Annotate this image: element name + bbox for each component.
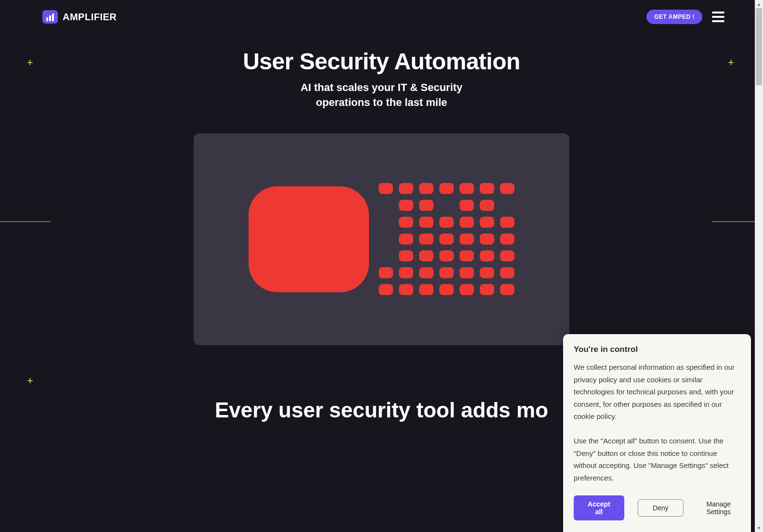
logo-text: AMPLIFIER <box>63 12 117 23</box>
hero-subtitle-line: AI that scales your IT & Security <box>301 81 462 93</box>
plus-decoration-icon: + <box>728 56 734 69</box>
cookie-buttons: Accept all Deny Manage Settings <box>574 495 740 520</box>
manage-settings-button[interactable]: Manage Settings <box>697 500 740 516</box>
menu-icon[interactable] <box>712 12 724 22</box>
accept-all-button[interactable]: Accept all <box>574 495 624 520</box>
plus-decoration-icon: + <box>27 56 33 69</box>
hero-section: User Security Automation AI that scales … <box>0 34 763 345</box>
hero-subtitle-line: operations to the last mile <box>316 96 447 108</box>
cookie-paragraph: We collect personal information as speci… <box>574 363 735 420</box>
header: AMPLIFIER GET AMPED ! <box>0 0 763 34</box>
divider-decoration <box>0 221 51 222</box>
logo[interactable]: AMPLIFIER <box>42 10 117 24</box>
hero-title: User Security Automation <box>0 48 763 75</box>
cookie-banner: You're in control We collect personal in… <box>563 334 751 532</box>
cookie-title: You're in control <box>574 345 740 354</box>
scrollbar-thumb[interactable] <box>756 8 762 85</box>
cookie-text: We collect personal information as speci… <box>574 361 740 484</box>
scroll-up-arrow-icon[interactable]: ▲ <box>755 0 763 8</box>
scrollbar[interactable]: ▲ ▼ <box>755 0 763 532</box>
logo-icon <box>42 10 58 24</box>
header-right: GET AMPED ! <box>646 10 724 24</box>
grid-shapes <box>379 183 514 295</box>
get-amped-button[interactable]: GET AMPED ! <box>646 10 702 24</box>
hero-graphic-card <box>194 133 569 345</box>
scroll-down-arrow-icon[interactable]: ▼ <box>755 524 763 532</box>
plus-decoration-icon: + <box>27 375 33 387</box>
deny-button[interactable]: Deny <box>638 499 684 517</box>
hero-subtitle: AI that scales your IT & Security operat… <box>0 80 763 110</box>
big-red-shape <box>249 186 369 292</box>
cookie-paragraph: Use the "Accept all" button to consent. … <box>574 437 729 482</box>
